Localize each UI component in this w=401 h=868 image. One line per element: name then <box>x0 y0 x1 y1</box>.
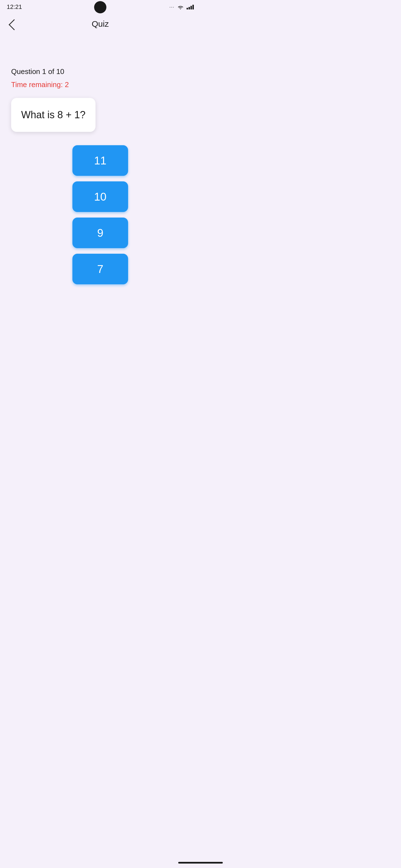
answer-button-9[interactable]: 9 <box>73 218 128 248</box>
quiz-content: Question 1 of 10 Time remaining: 2 What … <box>0 62 200 290</box>
answer-button-11[interactable]: 11 <box>73 145 128 176</box>
answers-container: 111097 <box>11 145 189 284</box>
page-title: Quiz <box>20 19 180 29</box>
question-number: Question 1 of 10 <box>11 67 189 76</box>
notification-dots-icon: ··· <box>169 4 174 10</box>
camera-notch <box>94 1 106 13</box>
back-arrow-icon <box>9 19 20 30</box>
back-button[interactable] <box>7 17 20 31</box>
status-bar: 12:21 ··· <box>0 0 200 14</box>
question-card: What is 8 + 1? <box>11 98 95 132</box>
answer-button-7[interactable]: 7 <box>73 254 128 284</box>
status-time: 12:21 <box>7 3 22 10</box>
question-text: What is 8 + 1? <box>21 109 85 121</box>
wifi-icon <box>177 4 184 9</box>
status-icons: ··· <box>169 4 194 10</box>
time-remaining: Time remaining: 2 <box>11 81 189 89</box>
answer-button-10[interactable]: 10 <box>73 181 128 212</box>
app-bar: Quiz <box>0 14 200 34</box>
signal-icon <box>187 4 194 9</box>
